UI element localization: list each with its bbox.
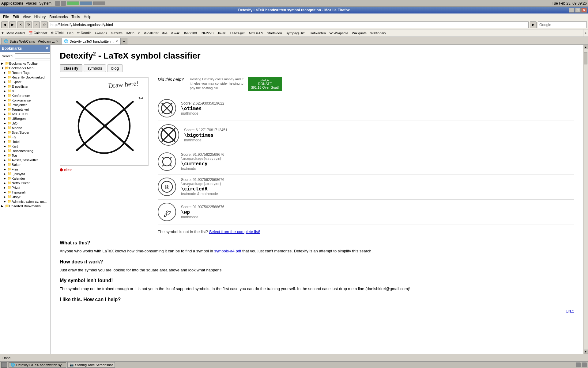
complete-list-link[interactable]: Select from the complete list! (209, 229, 260, 234)
bm-startsiden[interactable]: Startsiden (266, 31, 283, 36)
tree-uio[interactable]: ▶ 📁 UiO (0, 121, 50, 125)
tree-e-postlister[interactable]: ▶ 📁 E-postlister (0, 84, 50, 89)
bm-ctan[interactable]: ✲ CTAN (50, 30, 65, 36)
tree-aviser[interactable]: ▶ 📁 Aviser, tidsskrifter (0, 158, 50, 162)
tree-tegnets-vei[interactable]: ▶ 📁 Tegnets vei (0, 107, 50, 112)
tree-uibergen[interactable]: ▶ 📁 UiBergen (0, 116, 50, 121)
address-bar[interactable] (49, 21, 529, 28)
bm-gmaps[interactable]: G-maps (94, 31, 108, 36)
tree-unsorted[interactable]: ▶ 📁 Unsorted Bookmarks (0, 204, 50, 208)
places-menu[interactable]: Places (26, 1, 37, 6)
tree-privat[interactable]: ▶ 📁 Privat (0, 185, 50, 190)
scroll-up-button[interactable]: ▲ (584, 45, 588, 49)
bm-java6[interactable]: Java6 (216, 31, 227, 36)
tree-e-post[interactable]: ▶ 📁 E-post (0, 79, 50, 84)
back-button[interactable]: ◀ (1, 21, 8, 28)
refresh-button[interactable]: ↻ (25, 21, 32, 28)
menu-edit[interactable]: Edit (11, 14, 21, 20)
tab-classify[interactable]: classify (60, 64, 82, 72)
tree-kart[interactable]: ▶ 📁 Kart (0, 144, 50, 148)
maximize-button[interactable]: □ (575, 8, 581, 13)
bm-inf2270[interactable]: INF2270 (199, 31, 215, 36)
tree-tex-tug[interactable]: ▶ 📁 TeX + TUG (0, 112, 50, 116)
tree-fly[interactable]: ▶ 📁 Fly (0, 135, 50, 139)
menu-view[interactable]: View (21, 14, 32, 20)
symbols-link[interactable]: symbols-a4.pdf (214, 249, 241, 253)
tab-swiss-webcams[interactable]: 🌐 Swiss WebCams - Webcam ... ✕ (1, 38, 61, 44)
tree-administrasjon[interactable]: ▶ 📁 Administrasjon av: un... (0, 199, 50, 204)
sidebar-search-input[interactable] (15, 53, 51, 59)
tree-utstyr[interactable]: ▶ 📁 Utstyr (0, 194, 50, 199)
tree-ifi[interactable]: ▶ 📁 ifi (0, 89, 50, 93)
draw-canvas[interactable]: Draw here! ↪ (60, 77, 149, 166)
tree-konkurranser[interactable]: ▶ 📁 Konkurranser (0, 98, 50, 102)
tree-boker[interactable]: ▶ 📁 Bøker (0, 162, 50, 167)
toolbar-scroll-right[interactable]: » (583, 29, 588, 36)
bm-wiktionary[interactable]: Wiktionary (369, 31, 387, 36)
taskbar-item-screenshot[interactable]: 📷 Starting Take Screenshot (67, 362, 115, 368)
tab-close-1[interactable]: ✕ (56, 40, 58, 43)
menu-file[interactable]: File (1, 14, 11, 20)
bm-inf2100[interactable]: INF2100 (183, 31, 198, 36)
menu-history[interactable]: History (32, 14, 47, 20)
scroll-down-button[interactable]: ▼ (584, 350, 588, 354)
tree-reisebestilling[interactable]: ▶ 📁 Reisebestilling (0, 148, 50, 153)
bm-wikipedia[interactable]: W Wikipedia (328, 31, 349, 36)
bm-ifi-billetter[interactable]: ifi-billetter (143, 31, 160, 36)
tab-close-2[interactable]: ✕ (115, 40, 118, 43)
bookmarks-star[interactable]: ☆ (41, 21, 48, 28)
applications-menu[interactable]: Applications (1, 1, 23, 6)
forward-button[interactable]: ▶ (9, 21, 16, 28)
tab-blog[interactable]: blog (107, 64, 123, 72)
tree-kalender[interactable]: ▶ 📁 Kalender (0, 176, 50, 181)
bm-sympa[interactable]: Sympa@UiO (285, 31, 307, 36)
scrollbar[interactable]: ▲ ▼ (583, 45, 588, 354)
tree-bookmarks-toolbar[interactable]: ▶ 📁 Bookmarks Toolbar (0, 61, 50, 66)
up-link[interactable]: up ↑ (566, 309, 574, 313)
tree-recently-bookmarked[interactable]: ▶ 📁 Recently Bookmarked (0, 75, 50, 79)
search-bar[interactable] (538, 21, 587, 28)
new-tab-button[interactable]: + (121, 38, 127, 44)
stop-button[interactable]: ✕ (17, 21, 24, 28)
tree-konferanser[interactable]: ▶ 📁 Konferanser (0, 93, 50, 98)
tab-detexify[interactable]: 🌐 Detexify LaTeX handwritten ... ✕ (61, 38, 121, 44)
bm-ifi[interactable]: ifi (137, 31, 142, 36)
tree-hotell[interactable]: ▶ 📁 Hotell (0, 139, 50, 144)
bm-ifi-wiki[interactable]: ifi-wiki (170, 31, 182, 36)
menu-bookmarks[interactable]: Bookmarks (47, 14, 70, 20)
scroll-thumb[interactable] (584, 52, 587, 64)
bm-ifi-s[interactable]: ifi-s (161, 31, 169, 36)
bm-trafikanten[interactable]: Trafikanten (308, 31, 327, 36)
bm-calendar[interactable]: 📅 Calendar (27, 30, 49, 36)
bm-dag[interactable]: Dag (66, 31, 75, 36)
tree-tog[interactable]: ▶ 📁 Tog (0, 153, 50, 158)
go-button[interactable]: ▶ (530, 21, 537, 28)
tree-recent-tags[interactable]: ▶ 📁 Recent Tags (0, 70, 50, 75)
tab-symbols[interactable]: symbols (84, 64, 106, 72)
bm-most-visited[interactable]: Most Visited (5, 31, 26, 36)
tree-byer-steder[interactable]: ▶ 📁 Byer/Steder (0, 130, 50, 135)
bm-gazette[interactable]: Gazette (110, 31, 124, 36)
menu-tools[interactable]: Tools (70, 14, 82, 20)
minimize-button[interactable]: _ (569, 8, 575, 13)
bm-latex-ifi[interactable]: LaTeX@ifi (229, 31, 247, 36)
tree-nettbutikker[interactable]: ▶ 📁 Nettbutikker (0, 181, 50, 185)
bm-models[interactable]: MODELS (248, 31, 264, 36)
bm-imdb[interactable]: IMDb (125, 31, 135, 36)
donate-button[interactable]: pledgie DONATE $91.16 Over Goat! (248, 77, 282, 91)
sidebar-close-icon[interactable]: ✕ (45, 46, 48, 51)
bm-doodle[interactable]: ✏ Doodle (76, 30, 93, 36)
tree-film[interactable]: ▶ 📁 Film (0, 167, 50, 171)
tree-typografi[interactable]: ▶ 📁 Typografi (0, 190, 50, 194)
bm-wikiquote[interactable]: Wikiquote (351, 31, 368, 36)
tree-bookmarks-menu[interactable]: ▼ 📂 Bookmarks Menu (0, 66, 50, 70)
tree-fjellhytta[interactable]: ▶ 📁 Fjellhytta (0, 171, 50, 176)
tree-prosjekter[interactable]: ▶ 📁 Prosjekter (0, 102, 50, 107)
close-button[interactable]: ✕ (581, 8, 587, 13)
start-icon[interactable] (1, 362, 7, 368)
tree-alpene[interactable]: ▶ 📁 Alpene (0, 125, 50, 130)
home-button[interactable]: ⌂ (33, 21, 40, 28)
taskbar-item-detexify[interactable]: 🌐 Detexify LaTeX handwritten sy... (9, 362, 66, 368)
system-menu[interactable]: System (39, 1, 51, 6)
menu-help[interactable]: Help (82, 14, 93, 20)
